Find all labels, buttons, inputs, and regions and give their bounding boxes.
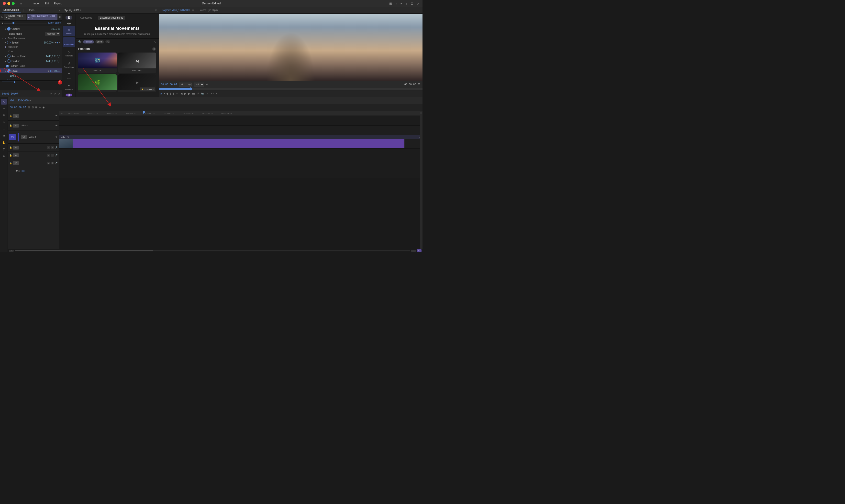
expand-anchor[interactable]: ▶: [5, 55, 6, 57]
add-icon[interactable]: +: [215, 92, 217, 95]
monitor-progress-bar[interactable]: [159, 88, 422, 90]
tool-text[interactable]: T: [1, 147, 7, 152]
speed-kf-right[interactable]: ▶: [59, 41, 60, 44]
expand-speed[interactable]: ▶: [5, 41, 6, 44]
v2-lock-icon[interactable]: 🔒: [9, 124, 12, 127]
a3-s-btn[interactable]: S: [51, 162, 54, 164]
fx-dropdown-icon[interactable]: ▾: [164, 93, 165, 95]
speed-value[interactable]: 100,00%: [44, 41, 54, 44]
camera-icon[interactable]: 📷: [201, 92, 204, 95]
scroll-left-btn[interactable]: ●: [9, 250, 14, 252]
in-point-icon[interactable]: {: [170, 92, 171, 95]
uniform-scale-checkbox[interactable]: ✓: [6, 65, 8, 68]
menu-import[interactable]: Import: [33, 2, 40, 5]
prop-skew[interactable]: ▶ Skew 0,0: [0, 78, 62, 80]
scale-value[interactable]: 100,0: [54, 70, 60, 72]
expand-time-remapping[interactable]: ▼: [2, 37, 4, 39]
step-fwd-icon[interactable]: ⏭: [192, 92, 195, 95]
prop-opacity[interactable]: ▶ Opacity 100,0 %: [0, 26, 62, 31]
prop-position[interactable]: ▶ Position 1440,0 810,0: [0, 59, 62, 64]
tool-select[interactable]: ↖: [1, 99, 7, 105]
out-point-icon[interactable]: }: [173, 92, 174, 95]
scale-height-value[interactable]: 100,0: [10, 74, 16, 77]
source-tab-main[interactable]: ▶ Main_1920x1080 · Video 01: [27, 14, 57, 20]
marker-icon[interactable]: ◆: [166, 92, 168, 95]
icon-menu[interactable]: ≡: [400, 2, 402, 5]
prop-scale[interactable]: ▶ Scale ◀ ◆ ▶ 100,0 1: [0, 68, 62, 73]
tab-effect-controls[interactable]: Effect Controls: [2, 8, 21, 13]
ai-badge[interactable]: Ai: [417, 249, 421, 252]
more-icon[interactable]: >>: [210, 92, 214, 95]
icon-monitor[interactable]: ⊞: [389, 2, 392, 5]
breadcrumb-essential[interactable]: Essential Movements: [98, 16, 125, 20]
prop-speed[interactable]: ▶ Speed 100,00% ◀ ◆ ▶: [0, 40, 62, 45]
tl-tool-4[interactable]: ✂: [39, 106, 41, 109]
nav-prev-icon[interactable]: ◀: [67, 22, 69, 25]
speed-kf-add[interactable]: ◆: [56, 41, 58, 44]
spotlight-menu-icon[interactable]: ≡: [80, 9, 82, 12]
fx-card-pan-down[interactable]: 🏍 Pan Down: [118, 53, 156, 73]
a1-m-btn[interactable]: M: [47, 146, 50, 149]
a2-m-btn[interactable]: M: [47, 154, 50, 157]
loop-icon[interactable]: ↺: [197, 92, 199, 95]
nav-item-tutorials[interactable]: ▷ Tutorials: [63, 49, 75, 58]
nav-item-texts[interactable]: T Texts: [63, 71, 75, 81]
v3-lock-icon[interactable]: 🔒: [9, 114, 12, 117]
a2-lock-icon[interactable]: 🔒: [9, 154, 12, 157]
fx-label[interactable]: fx: [160, 92, 162, 95]
speed-kf-left[interactable]: ◀: [54, 41, 56, 44]
zoom-icon[interactable]: ⊕: [206, 83, 208, 86]
icon-broadcast[interactable]: ⊡: [411, 2, 413, 5]
frame-back-icon[interactable]: ◀: [180, 92, 183, 95]
ec-filter-icon[interactable]: ▽: [50, 92, 52, 95]
nav-item-collections[interactable]: ⊞ Collections: [63, 37, 75, 47]
filter-zoom[interactable]: Zoom: [96, 40, 104, 43]
tool-slip[interactable]: ↔: [1, 126, 7, 132]
customize-overlay[interactable]: ⚡ Customize: [140, 88, 155, 91]
icon-expand[interactable]: ⤢: [417, 2, 419, 5]
expand-opacity[interactable]: ▶: [5, 28, 6, 30]
tl-tool-1[interactable]: ⊞: [28, 106, 30, 109]
nav-item-transitions[interactable]: ⇄ Transitions: [63, 60, 75, 70]
home-icon[interactable]: ⌂: [19, 1, 23, 5]
a1-mic-icon[interactable]: 🎤: [55, 146, 57, 149]
spotlight-close-icon[interactable]: ✕: [155, 8, 157, 12]
frame-fwd-icon[interactable]: ▶: [188, 92, 190, 95]
icon-share[interactable]: ↑: [395, 2, 397, 5]
prop-transform-header[interactable]: ▼ fx Transform: [0, 45, 62, 49]
tool-hand[interactable]: ✋: [1, 140, 7, 146]
maximize-button[interactable]: [12, 2, 15, 5]
expand-position[interactable]: ▶: [5, 60, 6, 62]
expand-scale[interactable]: ▶: [5, 70, 6, 72]
opacity-value[interactable]: 100,0 %: [51, 28, 60, 30]
minimize-button[interactable]: [7, 2, 10, 5]
prop-scale-height[interactable]: 100,0: [0, 73, 62, 78]
play-icon[interactable]: ▶: [184, 92, 186, 95]
prop-anchor-point[interactable]: ▶ Anchor Point 1440,0 810,0: [0, 54, 62, 59]
a3-mic-icon[interactable]: 🎤: [55, 162, 57, 164]
tool-pen[interactable]: ✏: [1, 106, 7, 111]
fit-select[interactable]: Fit25%50%100%: [179, 83, 192, 87]
video01-clip[interactable]: [59, 139, 404, 148]
panel-menu-icon[interactable]: ≡: [59, 9, 60, 12]
close-button[interactable]: [3, 2, 6, 5]
horizontal-scrollbar[interactable]: [15, 250, 410, 251]
filter-search-icon[interactable]: 🔍: [78, 40, 82, 43]
nav-logo[interactable]: S: [66, 16, 72, 20]
breadcrumb-collections[interactable]: Collections: [78, 16, 94, 20]
nav-next-icon[interactable]: ▶: [69, 22, 71, 25]
tool-zoom[interactable]: ⊕: [1, 154, 7, 159]
monitor-timecode[interactable]: 00:00:00:07: [161, 83, 177, 86]
quality-select[interactable]: Full1/21/4: [194, 83, 204, 87]
position-value[interactable]: 1440,0 810,0: [46, 60, 60, 62]
user-avatar[interactable]: U: [66, 94, 72, 96]
icon-audio[interactable]: ♪: [406, 2, 408, 5]
timeline-timecode[interactable]: 00:00:00:07: [10, 106, 26, 109]
tl-tool-3[interactable]: ⊠: [35, 106, 37, 109]
scale-kf-diamond[interactable]: ◆: [49, 70, 51, 72]
anchor-value[interactable]: 1440,0 810,0: [46, 55, 60, 58]
menu-edit[interactable]: Edit: [45, 2, 49, 5]
a3-lock-icon[interactable]: 🔒: [9, 162, 12, 164]
ec-step-icon[interactable]: ⊳: [54, 92, 56, 95]
nav-item-home[interactable]: ⌂ Home: [63, 26, 75, 36]
